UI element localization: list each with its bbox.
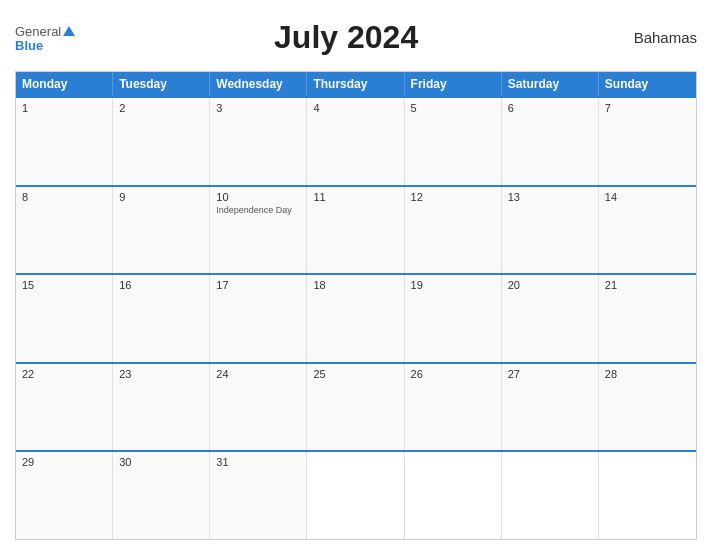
day-11: 11 — [307, 187, 404, 274]
day-6: 6 — [502, 98, 599, 185]
day-29: 29 — [16, 452, 113, 539]
week-2: 8 9 10 Independence Day 11 12 13 14 — [16, 185, 696, 274]
logo-triangle-icon — [63, 23, 75, 39]
calendar-body: 1 2 3 4 5 6 7 8 9 10 Independence Day 11… — [16, 96, 696, 539]
header-friday: Friday — [405, 72, 502, 96]
day-empty-4 — [599, 452, 696, 539]
calendar-header-row: Monday Tuesday Wednesday Thursday Friday… — [16, 72, 696, 96]
day-15: 15 — [16, 275, 113, 362]
header-sunday: Sunday — [599, 72, 696, 96]
day-8: 8 — [16, 187, 113, 274]
day-4: 4 — [307, 98, 404, 185]
day-1: 1 — [16, 98, 113, 185]
day-14: 14 — [599, 187, 696, 274]
day-23: 23 — [113, 364, 210, 451]
day-24: 24 — [210, 364, 307, 451]
day-19: 19 — [405, 275, 502, 362]
day-27: 27 — [502, 364, 599, 451]
day-30: 30 — [113, 452, 210, 539]
day-empty-2 — [405, 452, 502, 539]
month-title: July 2024 — [75, 19, 617, 56]
independence-day-event: Independence Day — [216, 205, 300, 215]
header-tuesday: Tuesday — [113, 72, 210, 96]
header-monday: Monday — [16, 72, 113, 96]
header-saturday: Saturday — [502, 72, 599, 96]
calendar-grid: Monday Tuesday Wednesday Thursday Friday… — [15, 71, 697, 540]
week-4: 22 23 24 25 26 27 28 — [16, 362, 696, 451]
week-1: 1 2 3 4 5 6 7 — [16, 96, 696, 185]
day-17: 17 — [210, 275, 307, 362]
calendar-header: General Blue July 2024 Bahamas — [15, 10, 697, 65]
svg-marker-0 — [63, 26, 75, 36]
day-28: 28 — [599, 364, 696, 451]
day-empty-3 — [502, 452, 599, 539]
header-thursday: Thursday — [307, 72, 404, 96]
day-12: 12 — [405, 187, 502, 274]
day-20: 20 — [502, 275, 599, 362]
day-2: 2 — [113, 98, 210, 185]
calendar-page: General Blue July 2024 Bahamas Monday Tu… — [0, 0, 712, 550]
day-18: 18 — [307, 275, 404, 362]
week-5: 29 30 31 — [16, 450, 696, 539]
day-22: 22 — [16, 364, 113, 451]
logo-general-text: General — [15, 25, 61, 38]
day-5: 5 — [405, 98, 502, 185]
logo: General Blue — [15, 23, 75, 52]
day-7: 7 — [599, 98, 696, 185]
day-16: 16 — [113, 275, 210, 362]
country-label: Bahamas — [617, 29, 697, 46]
logo-blue-text: Blue — [15, 39, 43, 52]
day-10: 10 Independence Day — [210, 187, 307, 274]
day-3: 3 — [210, 98, 307, 185]
day-25: 25 — [307, 364, 404, 451]
day-empty-1 — [307, 452, 404, 539]
day-31: 31 — [210, 452, 307, 539]
day-26: 26 — [405, 364, 502, 451]
header-wednesday: Wednesday — [210, 72, 307, 96]
week-3: 15 16 17 18 19 20 21 — [16, 273, 696, 362]
day-13: 13 — [502, 187, 599, 274]
day-9: 9 — [113, 187, 210, 274]
day-21: 21 — [599, 275, 696, 362]
